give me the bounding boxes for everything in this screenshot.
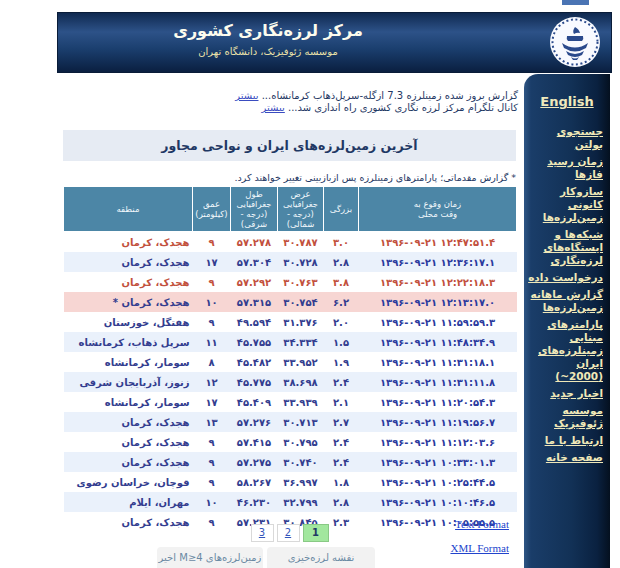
cell-lat: ۳۸.۶۹۸	[278, 372, 324, 392]
cell-region: هجدک، کرمان	[64, 452, 193, 472]
xml-format-link[interactable]: XML Format	[450, 542, 509, 554]
quake-row[interactable]: ۱۳۹۶-۰۹-۲۱ ۱۱:۱۹:۵۶.۷۲.۷۳۰.۷۱۳۵۷.۲۷۶۱۳هج…	[64, 412, 517, 432]
sidebar-link[interactable]: ارتباط با ما	[528, 434, 603, 447]
cell-time[interactable]: ۱۳۹۶-۰۹-۲۱ ۱۱:۱۹:۵۶.۷	[359, 412, 517, 432]
sidebar-link[interactable]: زمان رسید فازها	[528, 155, 603, 181]
cell-mag: ۲.۸	[324, 492, 359, 512]
cell-time[interactable]: ۱۳۹۶-۰۹-۲۱ ۱۲:۲۲:۱۸.۳	[359, 272, 517, 292]
sidebar-link-english[interactable]: English	[528, 94, 606, 109]
quake-row[interactable]: ۱۳۹۶-۰۹-۲۱ ۱۰:۳۳:۰۱.۳۲.۴۳۰.۷۴۰۵۷.۲۷۵۹هجد…	[64, 452, 517, 472]
quake-row[interactable]: ۱۳۹۶-۰۹-۲۱ ۱۲:۳۶:۱۷.۱۲.۸۳۰.۷۲۸۵۷.۳۰۴۱۷هج…	[64, 252, 517, 272]
sidebar-link[interactable]: صفحه خانه	[528, 451, 603, 464]
cell-lat: ۳۲.۷۹۹	[278, 492, 324, 512]
quake-row[interactable]: ۱۳۹۶-۰۹-۲۱ ۱۱:۴۸:۳۴.۹۱.۵۳۴.۳۳۴۴۵.۷۵۵۱۱سر…	[64, 332, 517, 352]
cell-depth: ۹	[193, 472, 231, 492]
quake-row[interactable]: ۱۳۹۶-۰۹-۲۱ ۱۱:۱۲:۰۳.۶۲.۴۳۰.۷۹۵۵۷.۴۱۵۹هجد…	[64, 432, 517, 452]
news-more-link[interactable]: بیشتر	[235, 90, 258, 101]
cell-depth: ۱۳	[193, 412, 231, 432]
cell-lat: ۳۶.۹۹۷	[278, 472, 324, 492]
sidebar-link[interactable]: گزارش ماهانه زمین‌لرزه‌ها	[528, 288, 603, 314]
cell-mag: ۳.۰	[324, 232, 359, 253]
sidebar: English جستجوی بولتنزمان رسید فازهاسازوک…	[524, 74, 610, 568]
cell-mag: ۲.۸	[324, 252, 359, 272]
cell-time[interactable]: ۱۳۹۶-۰۹-۲۱ ۱۱:۳۱:۱۱.۸	[359, 372, 517, 392]
cell-lat: ۳۳.۹۳۹	[278, 392, 324, 412]
news-list: گزارش بروز شده زمینلرزه 7.3 ازگله-سرپل‌ذ…	[57, 90, 518, 114]
cell-lat: ۳۰.۷۱۳	[278, 412, 324, 432]
cell-time[interactable]: ۱۳۹۶-۰۹-۲۱ ۱۲:۱۳:۱۷.۰	[359, 292, 517, 312]
cell-time[interactable]: ۱۳۹۶-۰۹-۲۱ ۱۰:۱۰:۴۶.۵	[359, 492, 517, 512]
cell-depth: ۹	[193, 432, 231, 452]
news-item: گزارش بروز شده زمینلرزه 7.3 ازگله-سرپل‌ذ…	[57, 90, 518, 102]
sidebar-link[interactable]: پارامترهای مبنایی زمینلرزه‌های ایران (20…	[528, 318, 603, 383]
sidebar-link[interactable]: شبکه‌ها و ایستگاه‌های لرزه‌نگاری	[528, 228, 603, 267]
quake-row[interactable]: ۱۳۹۶-۰۹-۲۱ ۱۱:۲۰:۵۴.۳۲.۱۳۳.۹۳۹۴۵.۴۰۹۱۷سو…	[64, 392, 517, 412]
column-header-magnitude: بزرگی	[324, 187, 359, 232]
cell-lat: ۳۰.۷۹۵	[278, 432, 324, 452]
cell-lon: ۴۵.۴۰۹	[231, 392, 278, 412]
cell-depth: ۹	[193, 312, 231, 332]
news-item: کانال تلگرام مرکز لرزه نگاری کشوری راه ا…	[57, 102, 518, 114]
news-more-link[interactable]: بیشتر	[262, 102, 285, 113]
column-header-time: زمان وقوع بهوقت محلی	[359, 187, 517, 232]
cell-mag: ۲.۴	[324, 372, 359, 392]
cell-time[interactable]: ۱۳۹۶-۰۹-۲۱ ۱۱:۴۸:۳۴.۹	[359, 332, 517, 352]
cell-lon: ۵۷.۳۰۴	[231, 252, 278, 272]
cell-time[interactable]: ۱۳۹۶-۰۹-۲۱ ۱۱:۳۱:۱۸.۱	[359, 352, 517, 372]
top-right-accent	[562, 0, 589, 5]
cell-mag: ۲.۷	[324, 412, 359, 432]
quake-row[interactable]: ۱۳۹۶-۰۹-۲۱ ۱۱:۳۱:۱۱.۸۲.۴۳۸.۶۹۸۴۵.۷۷۵۱۲زن…	[64, 372, 517, 392]
news-text: گزارش بروز شده زمینلرزه 7.3 ازگله-سرپل‌ذ…	[258, 90, 518, 101]
cell-region: سرپل ذهاب، کرمانشاه	[64, 332, 193, 352]
sidebar-link[interactable]: اخبار جدید	[528, 387, 603, 400]
cell-time[interactable]: ۱۳۹۶-۰۹-۲۱ ۱۲:۳۶:۱۷.۱	[359, 252, 517, 272]
cell-mag: ۱.۸	[324, 472, 359, 492]
quake-row[interactable]: ۱۳۹۶-۰۹-۲۱ ۱۲:۱۳:۱۷.۰۶.۲۳۰.۷۵۴۵۷.۳۱۵۱۰هج…	[64, 292, 517, 312]
sidebar-link[interactable]: سازوکار کانونی زمین‌لرزه‌ها	[528, 185, 603, 224]
preliminary-notice: * گزارش مقدماتی؛ پارامترهای زمینلرزه پس …	[63, 172, 516, 183]
quake-row[interactable]: ۱۳۹۶-۰۹-۲۱ ۱۰:۲۵:۴۴.۵۱.۸۳۶.۹۹۷۵۸.۲۶۷۹قوچ…	[64, 472, 517, 492]
cell-time[interactable]: ۱۳۹۶-۰۹-۲۱ ۱۱:۵۹:۵۹.۳	[359, 312, 517, 332]
cell-depth: ۱۲	[193, 372, 231, 392]
page-link[interactable]: 2	[277, 524, 300, 542]
sidebar-link[interactable]: موسسه ژئوفیزیک	[528, 404, 603, 430]
cell-mag: ۱.۵	[324, 332, 359, 352]
cell-region: هجدک، کرمان	[64, 272, 193, 292]
quake-row[interactable]: ۱۳۹۶-۰۹-۲۱ ۱۲:۲۲:۱۸.۳۳.۸۳۰.۷۶۳۵۷.۲۹۲۹هجد…	[64, 272, 517, 292]
earthquake-table: زمان وقوع بهوقت محلیبزرگیعرض جغرافیایی(د…	[63, 186, 517, 532]
cell-time[interactable]: ۱۳۹۶-۰۹-۲۱ ۱۱:۲۰:۵۴.۳	[359, 392, 517, 412]
sidebar-link[interactable]: جستجوی بولتن	[528, 125, 603, 151]
sidebar-link[interactable]: درخواست داده	[528, 271, 603, 284]
cell-time[interactable]: ۱۳۹۶-۰۹-۲۱ ۱۰:۲۵:۴۴.۵	[359, 472, 517, 492]
university-of-tehran-logo-icon	[549, 16, 601, 68]
column-header-longitude: طول جغرافیایی(درجه - شرقی)	[231, 187, 278, 232]
cell-depth: ۱۷	[193, 252, 231, 272]
cell-lon: ۵۷.۲۷۵	[231, 452, 278, 472]
quake-table-header-row: زمان وقوع بهوقت محلیبزرگیعرض جغرافیایی(د…	[64, 187, 517, 232]
text-format-link[interactable]: Text Format	[455, 518, 509, 530]
cell-lon: ۵۷.۲۷۶	[231, 412, 278, 432]
cell-time[interactable]: ۱۳۹۶-۰۹-۲۱ ۱۱:۱۲:۰۳.۶	[359, 432, 517, 452]
cell-depth: ۹	[193, 232, 231, 253]
cell-mag: ۲.۰	[324, 312, 359, 332]
cell-time[interactable]: ۱۳۹۶-۰۹-۲۱ ۱۲:۴۷:۵۱.۴	[359, 232, 517, 253]
quake-row[interactable]: ۱۳۹۶-۰۹-۲۱ ۱۲:۴۷:۵۱.۴۳.۰۳۰.۷۸۷۵۷.۲۷۸۹هجد…	[64, 232, 517, 253]
page-link[interactable]: 3	[251, 524, 274, 542]
page-title: مرکز لرزه‌نگاری کشوری	[58, 20, 478, 42]
cell-region: هجدک، کرمان *	[64, 292, 193, 312]
cell-lon: ۵۸.۲۶۷	[231, 472, 278, 492]
cell-time[interactable]: ۱۳۹۶-۰۹-۲۱ ۱۰:۳۳:۰۱.۳	[359, 452, 517, 472]
seismicity-map-button[interactable]: نقشه لرزه‌خیزی	[267, 547, 375, 568]
cell-lat: ۳۳.۹۵۲	[278, 352, 324, 372]
quake-row[interactable]: ۱۳۹۶-۰۹-۲۱ ۱۱:۵۹:۵۹.۳۲.۰۳۱.۳۷۶۴۹.۵۹۴۹هفت…	[64, 312, 517, 332]
cell-region: سومار، کرمانشاه	[64, 352, 193, 372]
quake-row[interactable]: ۱۳۹۶-۰۹-۲۱ ۱۰:۱۰:۴۶.۵۲.۸۳۲.۷۹۹۴۶.۲۳۰۱۰مه…	[64, 492, 517, 512]
quake-row[interactable]: ۱۳۹۶-۰۹-۲۱ ۱۱:۳۱:۱۸.۱۱.۹۳۳.۹۵۲۴۵.۴۸۲۸سوم…	[64, 352, 517, 372]
recent-m4-earthquakes-button[interactable]: زمین‌لرزه‌های M≥4 اخیر	[157, 547, 263, 568]
cell-lon: ۴۵.۷۵۵	[231, 332, 278, 352]
page-current[interactable]: 1	[303, 524, 329, 542]
cell-region: سومار، کرمانشاه	[64, 392, 193, 412]
cell-lat: ۳۱.۳۷۶	[278, 312, 324, 332]
cell-mag: ۲.۱	[324, 392, 359, 412]
cell-lon: ۴۹.۵۹۴	[231, 312, 278, 332]
